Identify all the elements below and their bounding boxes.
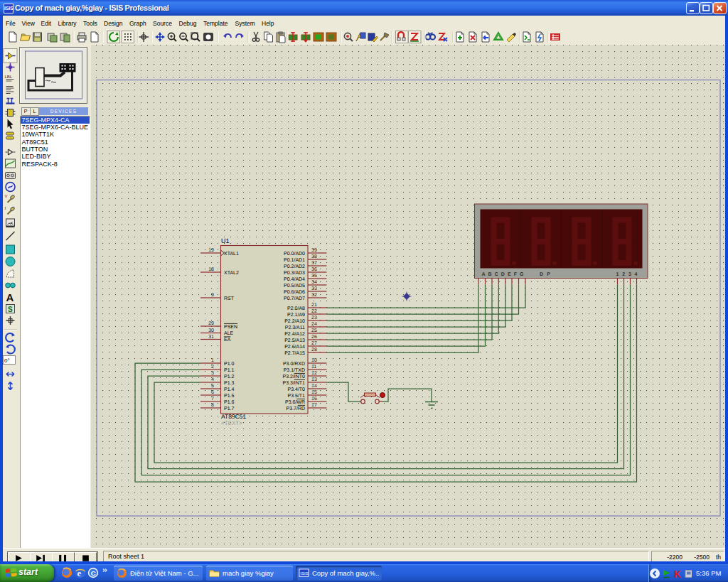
svg-text:0°: 0°: [4, 357, 10, 364]
svg-text:P3.7/RD: P3.7/RD: [287, 406, 305, 411]
svg-text:37: 37: [311, 261, 317, 266]
svg-text:U1: U1: [221, 237, 230, 244]
svg-text:K: K: [674, 568, 681, 580]
svg-text:21: 21: [311, 303, 317, 308]
svg-text:AT89C51: AT89C51: [221, 413, 247, 420]
svg-text:P0.7/AD7: P0.7/AD7: [284, 296, 305, 301]
svg-text:22: 22: [311, 309, 317, 314]
svg-text:28: 28: [311, 347, 317, 352]
svg-text:P1.2: P1.2: [224, 374, 235, 379]
svg-text:16: 16: [311, 397, 317, 402]
svg-text:32: 32: [311, 293, 317, 298]
svg-text:14: 14: [311, 384, 317, 389]
svg-text:C: C: [91, 569, 96, 577]
svg-text:P1.7: P1.7: [224, 406, 235, 411]
svg-text:10: 10: [311, 358, 317, 363]
svg-text:30: 30: [208, 328, 214, 333]
svg-text:P1.1: P1.1: [224, 368, 235, 373]
svg-text:35: 35: [311, 274, 317, 279]
svg-text:33: 33: [311, 286, 317, 291]
svg-text:3: 3: [211, 371, 214, 376]
svg-text:2: 2: [211, 365, 214, 370]
svg-text:13: 13: [311, 377, 317, 382]
svg-text:P2.2/A10: P2.2/A10: [284, 318, 305, 324]
svg-text:P2.0/A8: P2.0/A8: [287, 306, 305, 311]
svg-text:P0.2/AD2: P0.2/AD2: [284, 264, 305, 269]
svg-text:P1.3: P1.3: [224, 381, 235, 386]
svg-text:6: 6: [211, 390, 214, 395]
svg-text:LBL: LBL: [5, 75, 13, 79]
svg-text:17: 17: [311, 403, 317, 408]
svg-text:P3.4/T0: P3.4/T0: [287, 387, 305, 392]
svg-text:ALE: ALE: [224, 331, 234, 336]
svg-text:P3.0/RXD: P3.0/RXD: [283, 361, 305, 367]
svg-text:P3.1/TXD: P3.1/TXD: [284, 367, 305, 373]
svg-text:15: 15: [311, 390, 317, 395]
svg-text:ISIS: ISIS: [300, 571, 309, 576]
svg-text:RST: RST: [224, 296, 235, 301]
svg-text:19: 19: [208, 248, 214, 253]
svg-text:P0.1/AD1: P0.1/AD1: [284, 257, 305, 263]
svg-text:A: A: [6, 291, 14, 303]
svg-text:18: 18: [208, 267, 214, 272]
svg-text:P1.6: P1.6: [224, 400, 235, 405]
svg-text:24: 24: [311, 322, 317, 327]
svg-text:P1.5: P1.5: [224, 394, 235, 399]
svg-text:P1.4: P1.4: [224, 387, 235, 392]
svg-text:9: 9: [211, 293, 214, 298]
svg-text:P3.6/WR: P3.6/WR: [285, 399, 305, 405]
svg-text:P0.5/AD5: P0.5/AD5: [284, 283, 305, 289]
svg-text:P2.6/A14: P2.6/A14: [284, 344, 305, 350]
svg-text:1: 1: [211, 358, 214, 363]
svg-text:31: 31: [208, 335, 214, 340]
svg-text:P2.1/A9: P2.1/A9: [287, 312, 305, 318]
svg-text:38: 38: [311, 254, 317, 259]
svg-text:P0.4/AD4: P0.4/AD4: [284, 276, 305, 282]
svg-text:V: V: [5, 194, 8, 198]
svg-text:EA: EA: [224, 338, 231, 343]
svg-text:P2.5/A13: P2.5/A13: [284, 338, 305, 343]
svg-text:e: e: [77, 568, 82, 578]
svg-text:I: I: [5, 206, 6, 210]
svg-text:12: 12: [311, 371, 317, 376]
svg-text:XTAL1: XTAL1: [224, 252, 239, 257]
svg-text:P0.3/AD3: P0.3/AD3: [284, 270, 305, 276]
svg-text:34: 34: [311, 280, 317, 285]
svg-text:25: 25: [311, 328, 317, 333]
svg-text:P2.3/A11: P2.3/A11: [285, 325, 305, 330]
svg-text:P0.6/AD6: P0.6/AD6: [284, 289, 305, 295]
svg-text:P3.3/INT1: P3.3/INT1: [282, 380, 305, 386]
svg-text:36: 36: [311, 267, 317, 272]
svg-text:27: 27: [311, 341, 317, 346]
svg-text:26: 26: [311, 335, 317, 340]
svg-text:P3.5/T1: P3.5/T1: [287, 393, 305, 399]
svg-text:39: 39: [311, 248, 317, 253]
svg-text:23: 23: [311, 316, 317, 320]
svg-text:29: 29: [208, 321, 214, 326]
svg-text:<TEXT>: <TEXT>: [221, 420, 242, 426]
svg-text:PSEN: PSEN: [224, 325, 237, 330]
svg-text:11: 11: [311, 365, 316, 370]
svg-text:4: 4: [211, 377, 214, 382]
svg-text:S: S: [8, 306, 13, 313]
svg-text:7: 7: [211, 397, 214, 402]
svg-text:XTAL2: XTAL2: [224, 271, 239, 276]
svg-text:8: 8: [211, 403, 214, 408]
svg-text:P0.0/AD0: P0.0/AD0: [284, 251, 305, 257]
svg-text:P3.2/INT0: P3.2/INT0: [282, 374, 305, 379]
svg-text:5: 5: [211, 384, 214, 389]
svg-text:P1.0: P1.0: [224, 362, 235, 367]
svg-text:P2.4/A12: P2.4/A12: [284, 331, 305, 337]
svg-text:P2.7/A15: P2.7/A15: [284, 350, 305, 356]
